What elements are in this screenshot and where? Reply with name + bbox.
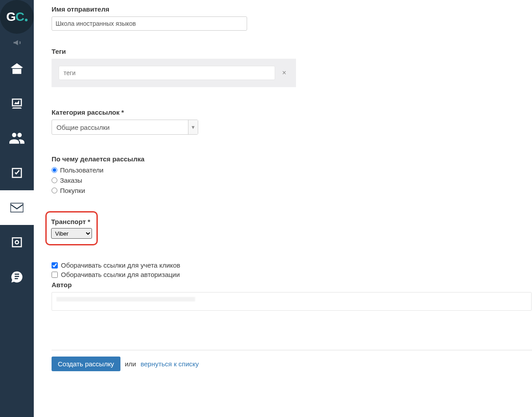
author-label: Автор	[52, 281, 532, 289]
nav-users[interactable]	[0, 121, 34, 156]
chat-icon	[10, 270, 24, 284]
chevron-down-icon: ▼	[188, 120, 198, 134]
form-footer: Создать рассылку или вернуться к списку	[52, 350, 532, 371]
transport-label: Транспорт *	[51, 218, 92, 225]
sender-label: Имя отправителя	[52, 5, 532, 13]
transport-select[interactable]: Viber	[51, 228, 92, 239]
checkbox-wrap-auth-label: Оборачивать ссылки для авторизации	[61, 271, 180, 278]
radio-orders-label: Заказы	[60, 176, 82, 184]
back-link[interactable]: вернуться к списку	[140, 360, 199, 368]
checkbox-wrap-clicks-row[interactable]: Оборачивать ссылки для учета кликов	[52, 261, 532, 269]
field-sender: Имя отправителя	[52, 5, 532, 31]
field-wrap-links: Оборачивать ссылки для учета кликов Обор…	[52, 261, 532, 278]
tags-label: Теги	[52, 48, 532, 55]
nav-mail[interactable]	[0, 190, 34, 225]
radio-orders[interactable]	[52, 177, 57, 183]
footer-or: или	[125, 360, 136, 368]
mail-icon	[10, 202, 24, 213]
radio-users[interactable]	[52, 167, 57, 173]
transport-highlight: Транспорт * Viber	[45, 211, 98, 245]
chart-board-icon	[10, 97, 24, 110]
sender-input[interactable]	[52, 16, 247, 31]
nav-home[interactable]	[0, 52, 34, 86]
category-selected: Общие рассылки	[52, 120, 188, 134]
checkbox-wrap-auth-row[interactable]: Оборачивать ссылки для авторизации	[52, 271, 532, 278]
field-category: Категория рассылок * Общие рассылки ▼	[52, 108, 532, 135]
category-select[interactable]: Общие рассылки ▼	[52, 120, 198, 135]
radio-users-label: Пользователи	[60, 166, 104, 174]
logo-text: GC	[6, 10, 28, 24]
basis-option-users[interactable]: Пользователи	[52, 166, 532, 174]
field-basis: По чему делается рассылка Пользователи З…	[52, 155, 532, 194]
safe-gear-icon	[10, 236, 24, 249]
field-tags: Теги ×	[52, 48, 532, 87]
nav-tasks[interactable]	[0, 156, 34, 190]
nav-notifications[interactable]	[0, 34, 34, 52]
tags-container: ×	[52, 59, 296, 87]
author-input[interactable]	[52, 292, 532, 311]
field-author: Автор	[52, 281, 532, 311]
radio-purchases[interactable]	[52, 188, 57, 193]
radio-purchases-label: Покупки	[60, 187, 85, 194]
check-square-icon	[10, 166, 24, 180]
submit-button[interactable]: Создать рассылку	[52, 357, 120, 371]
field-transport-wrap: Транспорт * Viber	[45, 211, 532, 245]
checkbox-wrap-clicks[interactable]	[52, 262, 58, 269]
nav-settings[interactable]	[0, 225, 34, 260]
checkbox-wrap-clicks-label: Оборачивать ссылки для учета кликов	[61, 261, 180, 269]
basis-label: По чему делается рассылка	[52, 155, 532, 163]
nav-analytics[interactable]	[0, 86, 34, 121]
main-form: Имя отправителя Теги × Категория рассыло…	[34, 0, 532, 417]
basis-option-orders[interactable]: Заказы	[52, 176, 532, 184]
tags-clear-icon[interactable]: ×	[280, 69, 289, 77]
nav-chat[interactable]	[0, 260, 34, 294]
category-label: Категория рассылок *	[52, 108, 532, 116]
tags-input[interactable]	[59, 66, 275, 80]
logo: GC	[0, 0, 34, 34]
home-icon	[9, 61, 24, 76]
checkbox-wrap-auth[interactable]	[52, 272, 58, 278]
basis-option-purchases[interactable]: Покупки	[52, 187, 532, 194]
megaphone-icon	[12, 39, 21, 46]
sidebar: GC	[0, 0, 34, 417]
users-icon	[9, 132, 24, 144]
